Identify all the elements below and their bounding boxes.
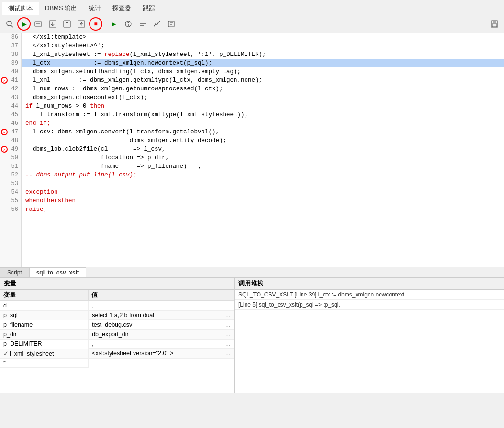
code-line: dbms_xmlgen.setnullhandling(l_ctx, dbms_… — [22, 67, 504, 76]
line-number: 40 — [0, 67, 21, 76]
var-dots-button[interactable]: ... — [225, 312, 230, 318]
tab-explorer[interactable]: 探查器 — [107, 2, 137, 15]
debug-icon — [124, 20, 133, 28]
line-number: 55 — [0, 197, 21, 205]
tab-test-script[interactable]: 测试脚本 — [2, 2, 39, 15]
code-line: fname => p_filename) ; — [22, 162, 504, 171]
code-line: </xsl:template> — [22, 33, 504, 42]
run-script-icon: ▶ — [112, 21, 116, 27]
var-name: d — [0, 301, 89, 311]
var-dots-button[interactable]: ... — [225, 302, 230, 309]
var-value: select 1 a,2 b from dual... — [89, 310, 234, 320]
code-line: dbms_lob.clob2file(cl => l_csv, — [22, 145, 504, 154]
variables-header: 变量 — [0, 278, 234, 290]
step-back-button[interactable] — [75, 17, 88, 31]
tab-script[interactable]: Script — [0, 267, 29, 277]
search-button[interactable] — [3, 17, 16, 31]
run-script-button[interactable]: ▶ — [107, 17, 121, 31]
line-number: 49 — [0, 145, 21, 154]
bottom-panel: 变量 变量 值 d,...p_sqlselect 1 a,2 b from du… — [0, 278, 504, 393]
stop-button[interactable]: ■ — [89, 17, 102, 31]
step-out-button[interactable] — [60, 17, 74, 31]
code-editor: 3637383940414243444546474849505152535455… — [0, 33, 504, 267]
tab-dbms-output[interactable]: DBMS 输出 — [39, 2, 83, 15]
var-dots-button[interactable]: ... — [225, 331, 230, 338]
step-back-icon — [77, 20, 86, 28]
svg-point-0 — [7, 21, 11, 26]
checkmark-icon: ✓ — [3, 351, 9, 357]
code-line: l_ctx := dbms_xmlgen.newcontext(p_sql); — [22, 59, 504, 67]
svg-rect-19 — [493, 21, 496, 23]
code-line: </xsl:stylesheet>^'; — [22, 42, 504, 50]
callstack-header: 调用堆栈 — [235, 278, 504, 290]
var-name: p_dir — [0, 329, 89, 339]
svg-line-1 — [11, 25, 13, 27]
stop-icon: ■ — [94, 21, 97, 27]
save-icon — [490, 20, 499, 28]
line-number: 36 — [0, 33, 21, 42]
var-name: p_filename — [0, 320, 89, 329]
var-name: * — [0, 358, 89, 367]
var-value: test_debug.csv... — [89, 320, 234, 329]
run-button[interactable]: ▶ — [17, 17, 31, 31]
explain-button[interactable] — [165, 17, 178, 31]
line-number: 50 — [0, 154, 21, 162]
code-content[interactable]: </xsl:template> </xsl:stylesheet>^'; l_x… — [22, 33, 504, 267]
error-indicator — [1, 146, 8, 153]
top-tab-bar: 测试脚本 DBMS 输出 统计 探查器 跟踪 — [0, 0, 504, 15]
run-icon: ▶ — [22, 20, 27, 28]
save-button[interactable] — [488, 17, 501, 31]
tab-trace[interactable]: 跟踪 — [137, 2, 161, 15]
code-line: l_csv:=dbms_xmlgen.convert(l_transform.g… — [22, 128, 504, 136]
code-line: flocation => p_dir, — [22, 154, 504, 162]
profile-button[interactable] — [150, 17, 164, 31]
var-value: ,... — [89, 339, 234, 349]
var-row: * — [0, 358, 234, 367]
var-value: <xsl:stylesheet version="2.0" >... — [89, 349, 234, 358]
error-indicator — [1, 77, 8, 84]
variables-panel: 变量 变量 值 d,...p_sqlselect 1 a,2 b from du… — [0, 278, 235, 393]
search-icon — [6, 20, 13, 28]
step-out-icon — [63, 20, 71, 28]
step-into-button[interactable] — [46, 17, 59, 31]
step-into-icon — [48, 20, 57, 28]
step-over-button[interactable] — [32, 17, 45, 31]
svg-rect-15 — [168, 21, 174, 27]
var-dots-button[interactable]: ... — [225, 321, 230, 328]
line-number: 37 — [0, 42, 21, 50]
var-name: p_sql — [0, 310, 89, 320]
callstack-entry: SQL_TO_CSV_XSLT [Line 39] l_ctx := dbms_… — [235, 290, 504, 300]
var-dots-button[interactable]: ... — [225, 350, 230, 357]
toolbar: ▶ ■ ▶ — [0, 15, 504, 33]
tab-statistics[interactable]: 统计 — [83, 2, 107, 15]
compile-icon — [138, 20, 147, 28]
explain-icon — [167, 20, 176, 28]
line-numbers: 3637383940414243444546474849505152535455… — [0, 33, 22, 267]
line-number: 43 — [0, 93, 21, 102]
var-dots-button[interactable]: ... — [225, 340, 230, 347]
var-value: db_export_dir... — [89, 329, 234, 339]
code-line: l_xml := dbms_xmlgen.getxmltype(l_ctx, d… — [22, 76, 504, 85]
var-row: d,... — [0, 301, 234, 311]
code-line: -- dbms_output.put_line(l_csv); — [22, 171, 504, 179]
callstack-entry: [Line 5] sql_to_csv_xslt(p_sql => :p_sql… — [235, 300, 504, 310]
code-line: l_num_rows := dbms_xmlgen.getnumrowsproc… — [22, 85, 504, 93]
var-row: ✓l_xml_stylesheet<xsl:stylesheet version… — [0, 349, 234, 358]
line-number: 51 — [0, 162, 21, 171]
step-over-icon — [34, 20, 43, 28]
line-number: 56 — [0, 205, 21, 214]
line-number: 45 — [0, 110, 21, 119]
asterisk-icon: * — [3, 360, 6, 366]
var-row: p_filenametest_debug.csv... — [0, 320, 234, 329]
line-number: 47 — [0, 128, 21, 136]
callstack-panel: 调用堆栈 SQL_TO_CSV_XSLT [Line 39] l_ctx := … — [235, 278, 504, 393]
tab-sql-csv[interactable]: sql_to_csv_xslt — [29, 267, 86, 277]
code-line: dbms_xmlgen.closecontext(l_ctx); — [22, 93, 504, 102]
code-line: end if; — [22, 119, 504, 128]
callstack-entries: SQL_TO_CSV_XSLT [Line 39] l_ctx := dbms_… — [235, 290, 504, 310]
line-number: 48 — [0, 136, 21, 145]
compile-button[interactable] — [136, 17, 149, 31]
line-number: 38 — [0, 50, 21, 59]
debug-button[interactable] — [122, 17, 135, 31]
error-indicator — [1, 129, 8, 135]
